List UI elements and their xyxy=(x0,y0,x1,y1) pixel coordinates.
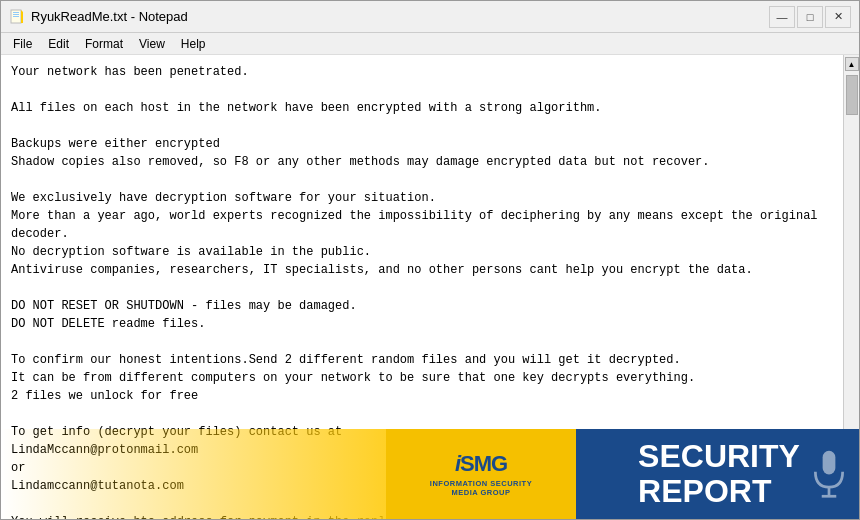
menu-edit[interactable]: Edit xyxy=(40,35,77,53)
svg-rect-3 xyxy=(13,16,19,17)
ismg-smg-text: SMG xyxy=(460,451,507,476)
menu-help[interactable]: Help xyxy=(173,35,214,53)
window-title: RyukReadMe.txt - Notepad xyxy=(31,9,188,24)
notepad-icon xyxy=(9,9,25,25)
security-report-section: SECURITY REPORT xyxy=(579,429,859,519)
svg-rect-5 xyxy=(823,451,836,475)
minimize-button[interactable]: — xyxy=(769,6,795,28)
window-controls: — □ ✕ xyxy=(769,6,851,28)
menu-file[interactable]: File xyxy=(5,35,40,53)
report-line: REPORT xyxy=(638,474,800,509)
svg-rect-2 xyxy=(13,14,19,15)
menu-bar: File Edit Format View Help xyxy=(1,33,859,55)
title-bar: RyukReadMe.txt - Notepad — □ ✕ xyxy=(1,1,859,33)
microphone-icon xyxy=(809,449,849,499)
menu-view[interactable]: View xyxy=(131,35,173,53)
notepad-window: RyukReadMe.txt - Notepad — □ ✕ File Edit… xyxy=(0,0,860,520)
content-wrapper: Your network has been penetrated. All fi… xyxy=(1,55,859,519)
ismg-subtitle: INFORMATION SECURITYMEDIA GROUP xyxy=(430,479,532,497)
close-button[interactable]: ✕ xyxy=(825,6,851,28)
scroll-thumb[interactable] xyxy=(846,75,858,115)
ismg-logo-section: iSMG INFORMATION SECURITYMEDIA GROUP xyxy=(386,429,576,519)
scroll-up[interactable]: ▲ xyxy=(845,57,859,71)
svg-marker-4 xyxy=(21,10,23,23)
bottom-banner: iSMG INFORMATION SECURITYMEDIA GROUP SEC… xyxy=(1,429,859,519)
menu-format[interactable]: Format xyxy=(77,35,131,53)
svg-rect-1 xyxy=(13,12,19,13)
ismg-logo: iSMG xyxy=(455,451,507,477)
banner-fade xyxy=(1,429,386,519)
security-report-text: SECURITY REPORT xyxy=(638,439,800,509)
security-line: SECURITY xyxy=(638,439,800,474)
title-bar-left: RyukReadMe.txt - Notepad xyxy=(9,9,188,25)
maximize-button[interactable]: □ xyxy=(797,6,823,28)
